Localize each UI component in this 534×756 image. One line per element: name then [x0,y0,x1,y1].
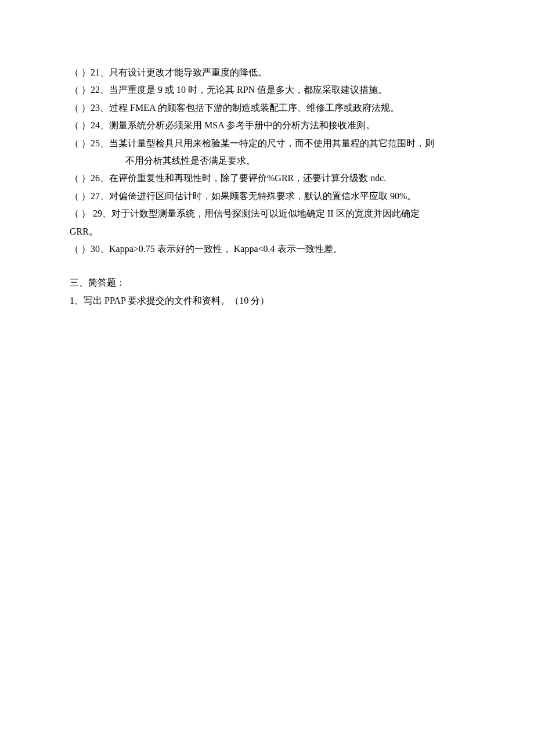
tf-question-24: （ ）24、测量系统分析必须采用 MSA 参考手册中的分析方法和接收准则。 [70,117,464,134]
paren-close-number: ）24、 [81,120,109,130]
tf-question-25: （ ）25、当某计量型检具只用来检验某一特定的尺寸，而不使用其量程的其它范围时，… [70,135,464,152]
question-text: 对于计数型测量系统，用信号探测法可以近似地确定 II 区的宽度并因此确定 [111,208,420,218]
paren-open: （ [70,85,79,95]
short-answer-q1: 1、写出 PPAP 要求提交的文件和资料。（10 分） [70,292,464,309]
question-text: 只有设计更改才能导致严重度的降低。 [109,67,267,77]
section-3-heading: 三、简答题： [70,274,464,291]
paren-close-number: ）23、 [81,103,109,113]
paren-close-number: ）25、 [81,138,109,148]
paren-open: （ [70,120,79,130]
paren-close-number: ）26、 [81,173,109,183]
paren-close-number: ）22、 [81,85,109,95]
paren-open: （ [70,138,79,148]
paren-open: （ [70,191,79,201]
heading-text: 三、简答题： [70,278,125,287]
paren-close-number: ）27、 [81,191,109,201]
tf-question-23: （ ）23、过程 FMEA 的顾客包括下游的制造或装配工序、维修工序或政府法规。 [70,99,464,117]
tf-question-25-cont: 不用分析其线性是否满足要求。 [70,152,464,170]
paren-close-number: ） 29、 [81,208,111,218]
paren-close-number: ）21、 [81,67,109,77]
tf-question-30: （ ）30、Kappa>0.75 表示好的一致性， Kappa<0.4 表示一致… [70,240,464,258]
paren-open: （ [70,173,79,183]
question-text: 对偏倚进行区间估计时，如果顾客无特殊要求，默认的置信水平应取 90%。 [109,191,416,201]
question-text: 测量系统分析必须采用 MSA 参考手册中的分析方法和接收准则。 [109,120,375,130]
question-text: 当严重度是 9 或 10 时，无论其 RPN 值是多大，都应采取建议措施。 [109,85,387,95]
paren-open: （ [70,244,79,254]
question-text: 在评价重复性和再现性时，除了要评价%GRR，还要计算分级数 ndc. [109,173,386,183]
document-page: （ ）21、只有设计更改才能导致严重度的降低。 （ ）22、当严重度是 9 或 … [0,0,534,756]
paren-open: （ [70,103,79,113]
question-text: 当某计量型检具只用来检验某一特定的尺寸，而不使用其量程的其它范围时，则 [109,138,434,148]
tf-question-21: （ ）21、只有设计更改才能导致严重度的降低。 [70,64,464,81]
tf-question-26: （ ）26、在评价重复性和再现性时，除了要评价%GRR，还要计算分级数 ndc. [70,170,464,187]
paren-open: （ [70,67,79,77]
question-text: GRR。 [70,226,98,236]
tf-question-29-cont: GRR。 [70,223,464,240]
tf-question-22: （ ）22、当严重度是 9 或 10 时，无论其 RPN 值是多大，都应采取建议… [70,81,464,99]
question-text: Kappa>0.75 表示好的一致性， Kappa<0.4 表示一致性差。 [109,244,342,254]
tf-question-27: （ ）27、对偏倚进行区间估计时，如果顾客无特殊要求，默认的置信水平应取 90%… [70,188,464,205]
question-text: 不用分析其线性是否满足要求。 [125,156,255,165]
question-text: 1、写出 PPAP 要求提交的文件和资料。（10 分） [70,296,269,305]
paren-close-number: ）30、 [81,244,109,254]
tf-question-29: （ ） 29、对于计数型测量系统，用信号探测法可以近似地确定 II 区的宽度并因… [70,205,464,222]
paren-open: （ [70,208,79,218]
question-text: 过程 FMEA 的顾客包括下游的制造或装配工序、维修工序或政府法规。 [109,103,399,113]
